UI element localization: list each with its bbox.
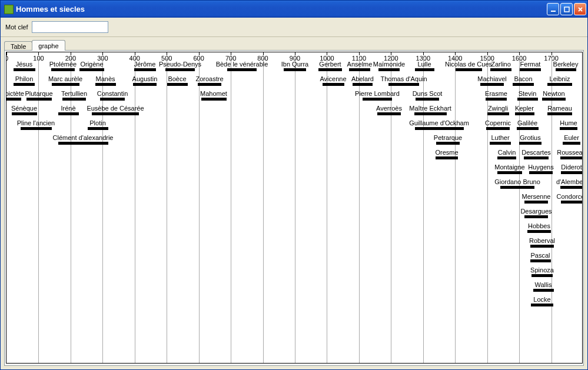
person-lifespan-bar [533, 289, 554, 292]
person-item[interactable]: Calvin [495, 149, 519, 159]
person-item[interactable]: Thomas d'Aquin [378, 75, 430, 86]
person-item[interactable]: Mersenne [521, 193, 552, 204]
person-item[interactable]: Luther [489, 134, 512, 145]
person-item[interactable]: Sénèque [11, 105, 38, 115]
person-item[interactable]: Oresme [435, 149, 459, 159]
person-item[interactable]: Euler [562, 134, 582, 145]
person-lifespan-bar [323, 83, 344, 86]
person-item[interactable]: Philon [12, 75, 36, 86]
person-item[interactable]: Descartes [519, 149, 553, 159]
person-item[interactable]: Anselme [346, 61, 373, 71]
maximize-button[interactable] [560, 3, 573, 15]
person-item[interactable]: Ptolémée [48, 61, 78, 71]
person-item[interactable]: Roberval [527, 237, 557, 248]
person-lifespan-bar [79, 68, 104, 71]
person-item[interactable]: Newton [542, 90, 566, 101]
person-label: Erasme [485, 90, 507, 97]
titlebar: Hommes et siecles [1, 1, 587, 18]
keyword-label: Mot clef [5, 24, 28, 31]
person-item[interactable]: Pseudo-Denys [158, 61, 202, 71]
keyword-input[interactable] [32, 21, 108, 33]
person-item[interactable]: Lulle [414, 61, 434, 71]
person-item[interactable]: Maître Eckhart [404, 105, 456, 115]
person-item[interactable]: d'Alembert [553, 178, 583, 189]
person-item[interactable]: Origène [78, 61, 105, 71]
person-item[interactable]: Pierre Lombard [351, 90, 403, 101]
person-lifespan-bar [26, 98, 52, 101]
minimize-button[interactable] [547, 3, 559, 15]
person-item[interactable]: Galilée [514, 119, 541, 130]
person-item[interactable]: Tertullien [55, 90, 93, 101]
person-item[interactable]: Jérôme [133, 61, 157, 71]
person-item[interactable]: Copernic [483, 119, 513, 130]
person-item[interactable]: Augustin [129, 75, 160, 86]
person-item[interactable]: Wallis [531, 281, 555, 292]
person-item[interactable]: Montaigne [493, 164, 527, 174]
person-item[interactable]: Bacon [513, 75, 534, 86]
person-label: Oresme [435, 149, 458, 156]
person-item[interactable]: Rameau [547, 105, 572, 115]
person-lifespan-bar [388, 83, 419, 86]
person-item[interactable]: Avicenne [318, 75, 348, 86]
person-item[interactable]: Eusèbe de Césarée [84, 105, 147, 115]
person-item[interactable]: Fermat [519, 61, 542, 71]
person-item[interactable]: Condorcet [554, 193, 583, 204]
person-item[interactable]: Machiavel [475, 75, 509, 86]
person-item[interactable]: Jésus [14, 61, 35, 71]
person-item[interactable]: Duns Scot [410, 90, 444, 101]
person-label: Thomas d'Aquin [380, 75, 427, 82]
person-item[interactable]: Diderot [558, 164, 583, 174]
person-item[interactable]: Pascal [529, 252, 552, 262]
person-item[interactable]: Pline l'ancien [10, 119, 62, 130]
person-item[interactable]: Zarlino [487, 61, 514, 71]
person-item[interactable]: Averroès [374, 105, 404, 115]
person-item[interactable]: Plutarque [22, 90, 56, 101]
person-item[interactable]: Berkeley [550, 61, 581, 71]
person-lifespan-bar [560, 127, 577, 130]
person-label: Duns Scot [413, 90, 443, 97]
person-lifespan-bar [487, 112, 509, 115]
person-item[interactable]: Abelard [349, 75, 376, 86]
person-lifespan-bar [547, 112, 572, 115]
close-button[interactable] [574, 3, 586, 15]
person-item[interactable]: Spinoza [529, 266, 556, 277]
person-item[interactable]: Constantin [94, 90, 131, 101]
person-item[interactable]: Erasme [484, 90, 508, 101]
person-label: Bacon [514, 75, 532, 82]
person-item[interactable]: Giordano Bruno [491, 178, 543, 189]
person-item[interactable]: Kepler [513, 105, 536, 115]
person-label: Maître Eckhart [409, 105, 451, 112]
person-item[interactable]: Manès [95, 75, 116, 86]
person-item[interactable]: Leibniz [546, 75, 573, 86]
person-item[interactable]: Bède le vénérable [211, 61, 273, 71]
person-item[interactable]: Zwingli [484, 105, 511, 115]
person-item[interactable]: Zoroastre [192, 75, 227, 86]
person-item[interactable]: Irénè [58, 105, 79, 115]
person-label: Calvin [498, 149, 516, 156]
person-item[interactable]: Locke [531, 296, 553, 306]
person-item[interactable]: Desargues [519, 208, 553, 218]
person-item[interactable]: Grotius [517, 134, 544, 145]
person-item[interactable]: Guillaume d'Ockham [406, 119, 472, 130]
person-item[interactable]: Petrarque [431, 134, 465, 145]
person-item[interactable]: Gerbert [317, 61, 344, 71]
person-label: Rousseau [557, 149, 583, 156]
person-item[interactable]: Mahomet [200, 90, 227, 101]
person-label: Petrarque [434, 134, 462, 141]
person-item[interactable]: Clément d'alexandrie [46, 134, 119, 145]
person-item[interactable]: Hume [560, 119, 577, 130]
person-item[interactable]: Boèce [167, 75, 188, 86]
person-item[interactable]: Stevin [516, 90, 539, 101]
person-item[interactable]: Maïmonide [372, 61, 406, 71]
person-label: Nicolas de Cues [445, 61, 492, 68]
person-item[interactable]: Plotin [86, 119, 109, 130]
person-item[interactable]: Ibn Qurra [278, 61, 312, 71]
svg-rect-0 [551, 11, 556, 12]
person-item[interactable]: Huygens [527, 164, 554, 174]
person-item[interactable]: Rousseau [556, 149, 583, 159]
person-item[interactable]: Marc aurèle [45, 75, 86, 86]
tab-graphe[interactable]: graphe [32, 40, 65, 51]
person-label: Constantin [97, 90, 128, 97]
person-item[interactable]: Hobbes [527, 222, 551, 233]
tabs-row: Table graphe [1, 38, 587, 50]
